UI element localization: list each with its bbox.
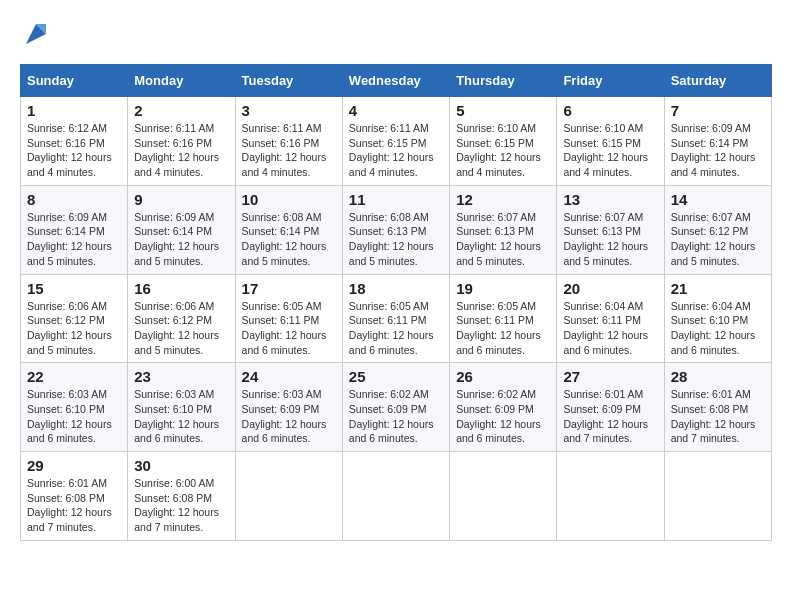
day-info: Sunrise: 6:07 AMSunset: 6:12 PMDaylight:… (671, 210, 765, 269)
calendar-week-5: 29Sunrise: 6:01 AMSunset: 6:08 PMDayligh… (21, 452, 772, 541)
calendar-day-18: 18Sunrise: 6:05 AMSunset: 6:11 PMDayligh… (342, 274, 449, 363)
calendar-day-29: 29Sunrise: 6:01 AMSunset: 6:08 PMDayligh… (21, 452, 128, 541)
calendar-day-28: 28Sunrise: 6:01 AMSunset: 6:08 PMDayligh… (664, 363, 771, 452)
calendar-day-20: 20Sunrise: 6:04 AMSunset: 6:11 PMDayligh… (557, 274, 664, 363)
calendar-day-14: 14Sunrise: 6:07 AMSunset: 6:12 PMDayligh… (664, 185, 771, 274)
day-info: Sunrise: 6:00 AMSunset: 6:08 PMDaylight:… (134, 476, 228, 535)
calendar-day-26: 26Sunrise: 6:02 AMSunset: 6:09 PMDayligh… (450, 363, 557, 452)
day-number: 16 (134, 280, 228, 297)
day-number: 10 (242, 191, 336, 208)
day-number: 29 (27, 457, 121, 474)
day-number: 2 (134, 102, 228, 119)
calendar-day-30: 30Sunrise: 6:00 AMSunset: 6:08 PMDayligh… (128, 452, 235, 541)
empty-cell (235, 452, 342, 541)
calendar-day-15: 15Sunrise: 6:06 AMSunset: 6:12 PMDayligh… (21, 274, 128, 363)
day-number: 8 (27, 191, 121, 208)
day-info: Sunrise: 6:09 AMSunset: 6:14 PMDaylight:… (671, 121, 765, 180)
day-info: Sunrise: 6:08 AMSunset: 6:14 PMDaylight:… (242, 210, 336, 269)
empty-cell (557, 452, 664, 541)
calendar-day-2: 2Sunrise: 6:11 AMSunset: 6:16 PMDaylight… (128, 97, 235, 186)
day-number: 27 (563, 368, 657, 385)
day-number: 26 (456, 368, 550, 385)
calendar-day-13: 13Sunrise: 6:07 AMSunset: 6:13 PMDayligh… (557, 185, 664, 274)
day-number: 20 (563, 280, 657, 297)
weekday-header-sunday: Sunday (21, 65, 128, 97)
day-number: 25 (349, 368, 443, 385)
calendar-day-12: 12Sunrise: 6:07 AMSunset: 6:13 PMDayligh… (450, 185, 557, 274)
empty-cell (450, 452, 557, 541)
day-number: 15 (27, 280, 121, 297)
day-info: Sunrise: 6:07 AMSunset: 6:13 PMDaylight:… (563, 210, 657, 269)
day-info: Sunrise: 6:03 AMSunset: 6:10 PMDaylight:… (134, 387, 228, 446)
day-number: 24 (242, 368, 336, 385)
calendar-day-9: 9Sunrise: 6:09 AMSunset: 6:14 PMDaylight… (128, 185, 235, 274)
weekday-header-saturday: Saturday (664, 65, 771, 97)
logo-text (20, 20, 50, 54)
day-info: Sunrise: 6:09 AMSunset: 6:14 PMDaylight:… (134, 210, 228, 269)
calendar-day-5: 5Sunrise: 6:10 AMSunset: 6:15 PMDaylight… (450, 97, 557, 186)
calendar-day-4: 4Sunrise: 6:11 AMSunset: 6:15 PMDaylight… (342, 97, 449, 186)
day-number: 30 (134, 457, 228, 474)
day-info: Sunrise: 6:11 AMSunset: 6:16 PMDaylight:… (242, 121, 336, 180)
weekday-header-friday: Friday (557, 65, 664, 97)
calendar-day-22: 22Sunrise: 6:03 AMSunset: 6:10 PMDayligh… (21, 363, 128, 452)
weekday-header-thursday: Thursday (450, 65, 557, 97)
calendar-day-25: 25Sunrise: 6:02 AMSunset: 6:09 PMDayligh… (342, 363, 449, 452)
day-number: 18 (349, 280, 443, 297)
day-info: Sunrise: 6:04 AMSunset: 6:11 PMDaylight:… (563, 299, 657, 358)
day-number: 21 (671, 280, 765, 297)
day-number: 6 (563, 102, 657, 119)
calendar-day-8: 8Sunrise: 6:09 AMSunset: 6:14 PMDaylight… (21, 185, 128, 274)
day-info: Sunrise: 6:12 AMSunset: 6:16 PMDaylight:… (27, 121, 121, 180)
calendar-week-3: 15Sunrise: 6:06 AMSunset: 6:12 PMDayligh… (21, 274, 772, 363)
day-info: Sunrise: 6:11 AMSunset: 6:16 PMDaylight:… (134, 121, 228, 180)
day-info: Sunrise: 6:01 AMSunset: 6:09 PMDaylight:… (563, 387, 657, 446)
logo (20, 20, 50, 54)
day-number: 9 (134, 191, 228, 208)
day-info: Sunrise: 6:10 AMSunset: 6:15 PMDaylight:… (456, 121, 550, 180)
day-info: Sunrise: 6:04 AMSunset: 6:10 PMDaylight:… (671, 299, 765, 358)
day-info: Sunrise: 6:06 AMSunset: 6:12 PMDaylight:… (134, 299, 228, 358)
day-number: 17 (242, 280, 336, 297)
calendar-day-17: 17Sunrise: 6:05 AMSunset: 6:11 PMDayligh… (235, 274, 342, 363)
day-info: Sunrise: 6:08 AMSunset: 6:13 PMDaylight:… (349, 210, 443, 269)
day-info: Sunrise: 6:05 AMSunset: 6:11 PMDaylight:… (349, 299, 443, 358)
day-number: 28 (671, 368, 765, 385)
day-number: 22 (27, 368, 121, 385)
calendar-week-2: 8Sunrise: 6:09 AMSunset: 6:14 PMDaylight… (21, 185, 772, 274)
calendar-day-6: 6Sunrise: 6:10 AMSunset: 6:15 PMDaylight… (557, 97, 664, 186)
calendar-day-27: 27Sunrise: 6:01 AMSunset: 6:09 PMDayligh… (557, 363, 664, 452)
calendar-day-24: 24Sunrise: 6:03 AMSunset: 6:09 PMDayligh… (235, 363, 342, 452)
day-info: Sunrise: 6:07 AMSunset: 6:13 PMDaylight:… (456, 210, 550, 269)
calendar-week-4: 22Sunrise: 6:03 AMSunset: 6:10 PMDayligh… (21, 363, 772, 452)
day-number: 5 (456, 102, 550, 119)
day-number: 4 (349, 102, 443, 119)
day-number: 1 (27, 102, 121, 119)
day-number: 7 (671, 102, 765, 119)
day-info: Sunrise: 6:03 AMSunset: 6:10 PMDaylight:… (27, 387, 121, 446)
day-info: Sunrise: 6:02 AMSunset: 6:09 PMDaylight:… (456, 387, 550, 446)
day-number: 19 (456, 280, 550, 297)
day-info: Sunrise: 6:03 AMSunset: 6:09 PMDaylight:… (242, 387, 336, 446)
day-number: 13 (563, 191, 657, 208)
day-info: Sunrise: 6:10 AMSunset: 6:15 PMDaylight:… (563, 121, 657, 180)
day-info: Sunrise: 6:01 AMSunset: 6:08 PMDaylight:… (671, 387, 765, 446)
empty-cell (342, 452, 449, 541)
weekday-header-monday: Monday (128, 65, 235, 97)
calendar-table: SundayMondayTuesdayWednesdayThursdayFrid… (20, 64, 772, 541)
day-info: Sunrise: 6:05 AMSunset: 6:11 PMDaylight:… (242, 299, 336, 358)
day-number: 11 (349, 191, 443, 208)
calendar-day-1: 1Sunrise: 6:12 AMSunset: 6:16 PMDaylight… (21, 97, 128, 186)
calendar-day-16: 16Sunrise: 6:06 AMSunset: 6:12 PMDayligh… (128, 274, 235, 363)
day-number: 14 (671, 191, 765, 208)
empty-cell (664, 452, 771, 541)
calendar-day-7: 7Sunrise: 6:09 AMSunset: 6:14 PMDaylight… (664, 97, 771, 186)
day-info: Sunrise: 6:09 AMSunset: 6:14 PMDaylight:… (27, 210, 121, 269)
calendar-day-23: 23Sunrise: 6:03 AMSunset: 6:10 PMDayligh… (128, 363, 235, 452)
day-number: 3 (242, 102, 336, 119)
page-header (20, 20, 772, 54)
weekday-header-tuesday: Tuesday (235, 65, 342, 97)
calendar-day-21: 21Sunrise: 6:04 AMSunset: 6:10 PMDayligh… (664, 274, 771, 363)
calendar-header: SundayMondayTuesdayWednesdayThursdayFrid… (21, 65, 772, 97)
logo-icon (22, 20, 50, 48)
